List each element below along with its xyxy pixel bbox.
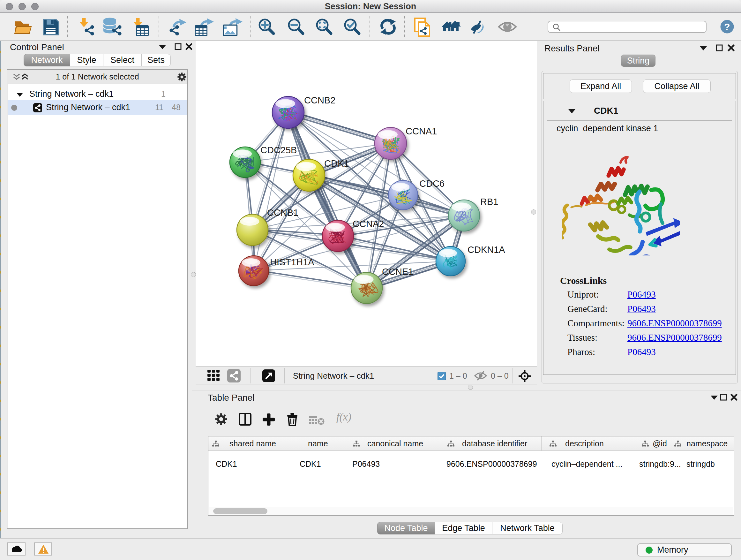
svg-text:CCNB1: CCNB1 [267, 207, 298, 218]
svg-text:CDK1: CDK1 [324, 159, 349, 169]
svg-text:CDKN1A: CDKN1A [468, 245, 505, 255]
svg-text:?: ? [724, 21, 730, 32]
svg-text:CCNE1: CCNE1 [382, 266, 413, 277]
svg-text:CDC6: CDC6 [419, 179, 445, 189]
svg-text:RB1: RB1 [480, 197, 498, 207]
svg-text:CDC25B: CDC25B [260, 145, 297, 155]
svg-text:CCNA1: CCNA1 [406, 126, 437, 136]
svg-text:CCNB2: CCNB2 [304, 95, 335, 105]
svg-text:HIST1H1A: HIST1H1A [270, 257, 314, 267]
svg-text:CCNA2: CCNA2 [353, 219, 384, 229]
